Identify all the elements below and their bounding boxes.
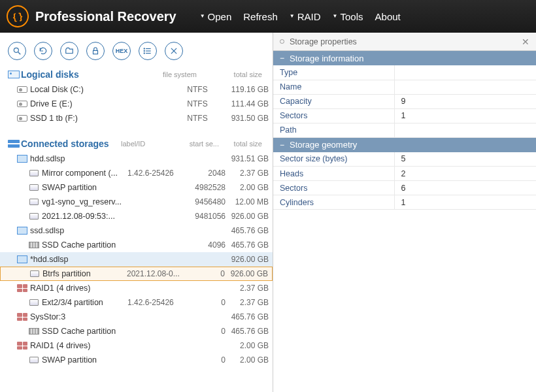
toolbar: HEX	[0, 33, 273, 65]
storage-row[interactable]: hdd.sdlsp 931.51 GB	[0, 152, 273, 166]
property-value	[394, 123, 536, 137]
storage-row[interactable]: ssd.sdlsp 465.76 GB	[0, 223, 273, 238]
hex-button[interactable]: HEX	[112, 42, 131, 60]
storage-name: vg1-syno_vg_reserv...	[41, 197, 127, 206]
close-button[interactable]	[165, 42, 183, 60]
storage-name: SSD Cache partition	[41, 327, 127, 336]
property-row[interactable]: Type	[273, 65, 536, 80]
storage-row[interactable]: Ext2/3/4 partition 1.42.6-25426 0 2.37 G…	[0, 295, 273, 310]
tab-close-button[interactable]: ✕	[522, 37, 529, 47]
storage-size: 465.76 GB	[226, 312, 273, 321]
storage-name: RAID1 (4 drives)	[29, 284, 127, 293]
storage-row[interactable]: Mirror component (... 1.42.6-25426 2048 …	[0, 166, 273, 180]
menu-about[interactable]: About	[375, 11, 401, 22]
property-row[interactable]: Heads2	[273, 167, 536, 181]
property-row[interactable]: Path	[273, 123, 536, 137]
disk-size: 931.50 GB	[226, 114, 273, 123]
storages-pane: HEX Logical disks file system total size…	[0, 33, 273, 392]
refresh-button[interactable]	[34, 42, 52, 60]
sdlsp-icon	[17, 255, 27, 263]
list-icon	[143, 46, 152, 56]
sdlsp-icon	[17, 155, 27, 163]
menu-raid[interactable]: ▼RAID	[290, 11, 321, 22]
storage-row[interactable]: SWAP partition 4982528 2.00 GB	[0, 180, 273, 195]
storage-row[interactable]: RAID1 (4 drives) 2.37 GB	[0, 281, 273, 295]
storage-name: SSD Cache partition	[41, 240, 127, 250]
property-row[interactable]: Sectors1	[273, 108, 536, 123]
property-row[interactable]: Sector size (bytes)5	[273, 152, 536, 167]
lock-icon	[91, 46, 100, 56]
list-button[interactable]	[139, 42, 157, 60]
storage-size: 465.76 GB	[226, 226, 273, 235]
storage-name: Mirror component (...	[41, 169, 127, 178]
collapse-icon: −	[280, 54, 284, 63]
connected-storages-header: Connected storages label/ID start se... …	[0, 135, 273, 152]
storage-row[interactable]: 2021.12.08-09:53:... 9481056 926.00 GB	[0, 209, 273, 223]
menu-refresh[interactable]: Refresh	[243, 11, 278, 22]
storage-row[interactable]: SysStor:3 465.76 GB	[0, 310, 273, 324]
disk-icon	[17, 115, 27, 122]
property-row[interactable]: Sectors6	[273, 181, 536, 195]
storage-row[interactable]: SWAP partition 0 2.00 GB	[0, 353, 273, 367]
partition-icon	[29, 199, 39, 205]
storages-icon	[8, 140, 20, 148]
ssd-icon	[29, 328, 39, 335]
col-size: total size	[219, 140, 266, 148]
search-button[interactable]	[8, 42, 26, 60]
property-group-header[interactable]: −Storage information	[273, 51, 536, 65]
property-row[interactable]: Capacity9	[273, 94, 536, 108]
open-button[interactable]	[60, 42, 78, 60]
disk-name: Drive E (E:)	[29, 99, 169, 108]
storage-row[interactable]: RAID1 (4 drives) 2.00 GB	[0, 338, 273, 353]
logical-disk-row[interactable]: SSD 1 tb (F:) NTFS 931.50 GB	[0, 111, 273, 125]
storage-row[interactable]: SSD Cache partition 0 465.76 GB	[0, 324, 273, 338]
property-group-header[interactable]: −Storage geometry	[273, 138, 536, 152]
storage-name: SysStor:3	[29, 312, 127, 321]
property-value: 5	[394, 152, 536, 167]
partition-icon	[29, 184, 39, 191]
refresh-icon	[39, 46, 48, 56]
group-title: Storage information	[290, 54, 363, 63]
storage-row[interactable]: SSD Cache partition 4096 465.76 GB	[0, 238, 273, 252]
storage-name: SWAP partition	[41, 183, 127, 192]
logical-disk-row[interactable]: Local Disk (C:) NTFS 119.16 GB	[0, 82, 273, 97]
lock-button[interactable]	[86, 42, 105, 60]
section-title: Connected storages	[21, 139, 109, 149]
svg-rect-2	[93, 50, 98, 54]
storage-row[interactable]: *hdd.sdlsp 926.00 GB	[0, 252, 273, 267]
property-row[interactable]: Name	[273, 80, 536, 94]
storage-name: Ext2/3/4 partition	[41, 298, 127, 307]
property-row[interactable]: Cylinders1	[273, 195, 536, 210]
storage-name: ssd.sdlsp	[29, 226, 127, 235]
storage-row[interactable]: Btrfs partition 2021.12.08-0... 0 926.00…	[0, 267, 273, 281]
property-value	[394, 65, 536, 80]
storage-size: 931.51 GB	[226, 154, 273, 163]
storage-size: 12.00 MB	[226, 197, 273, 206]
property-value	[394, 80, 536, 94]
property-key: Sector size (bytes)	[273, 152, 394, 167]
storage-size: 926.00 GB	[226, 255, 273, 264]
menu-open[interactable]: ▼Open	[200, 11, 232, 22]
property-key: Capacity	[273, 94, 394, 108]
storage-size: 926.00 GB	[225, 269, 272, 278]
property-value: 9	[394, 94, 536, 108]
svg-point-7	[144, 50, 144, 51]
svg-point-6	[144, 48, 144, 49]
disk-name: Local Disk (C:)	[29, 85, 169, 94]
property-key: Type	[273, 65, 394, 80]
storage-row[interactable]: vg1-syno_vg_reserv... 9456480 12.00 MB	[0, 195, 273, 209]
property-key: Cylinders	[273, 195, 394, 210]
menubar: { } Professional Recovery ▼Open Refresh …	[0, 0, 536, 33]
svg-point-8	[144, 53, 144, 54]
properties-pane: Storage properties ✕ −Storage informatio…	[273, 33, 536, 392]
storage-start: 4982528	[184, 183, 226, 192]
ssd-icon	[29, 242, 39, 248]
panel-tab[interactable]: Storage properties ✕	[273, 33, 536, 51]
partition-icon	[29, 213, 39, 220]
property-key: Path	[273, 123, 394, 137]
dropdown-icon: ▼	[200, 13, 205, 19]
sdlsp-icon	[17, 227, 27, 235]
menu-items: ▼Open Refresh ▼RAID ▼Tools About	[200, 11, 401, 22]
logical-disk-row[interactable]: Drive E (E:) NTFS 111.44 GB	[0, 97, 273, 111]
menu-tools[interactable]: ▼Tools	[333, 11, 363, 22]
